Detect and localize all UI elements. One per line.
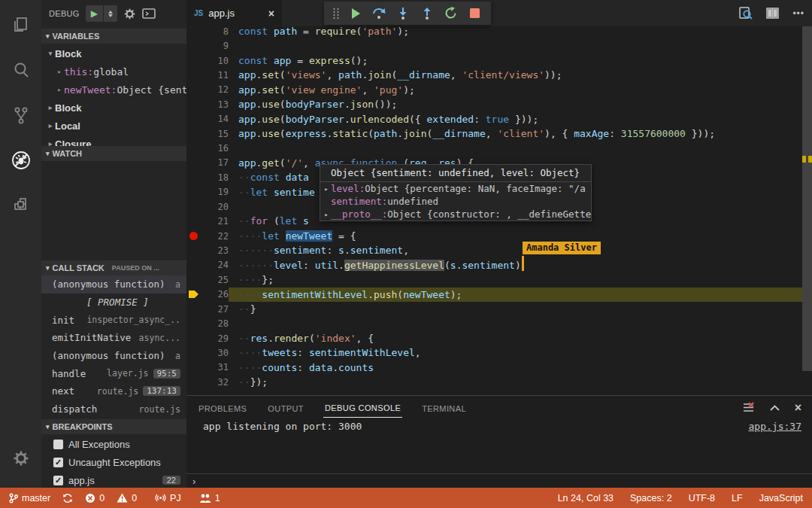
start-debug-icon[interactable]: ▶ bbox=[86, 8, 103, 19]
continue-icon[interactable] bbox=[345, 4, 366, 23]
maximize-panel-icon[interactable] bbox=[770, 405, 780, 411]
breakpoint-margin[interactable] bbox=[186, 243, 201, 257]
line-number: 11 bbox=[201, 70, 229, 81]
breakpoint-margin[interactable] bbox=[186, 141, 201, 155]
breakpoint-margin[interactable] bbox=[186, 360, 201, 375]
breakpoints-section-header[interactable]: ▾ BREAKPOINTS bbox=[41, 419, 186, 434]
console-source-link[interactable]: app.js:37 bbox=[749, 421, 801, 432]
breakpoints-rows: All Exceptions✓Uncaught Exceptions✓app.j… bbox=[41, 435, 186, 488]
stop-icon[interactable] bbox=[464, 4, 485, 23]
error-count: 0 bbox=[99, 493, 105, 503]
breakpoint-margin[interactable] bbox=[186, 53, 201, 68]
breakpoint-margin[interactable] bbox=[186, 316, 201, 330]
liveshare-item[interactable]: PJ bbox=[155, 492, 181, 503]
breakpoint-margin[interactable] bbox=[186, 112, 201, 126]
launch-config-dropdown[interactable] bbox=[104, 11, 117, 17]
search-icon[interactable] bbox=[0, 51, 41, 89]
status-item[interactable]: JavaScript bbox=[759, 493, 803, 503]
step-over-icon[interactable] bbox=[369, 4, 390, 23]
callstack-section-header[interactable]: ▾ CALL STACK PAUSED ON ... bbox=[41, 260, 186, 275]
errors-item[interactable]: 0 bbox=[85, 493, 105, 503]
breakpoint-row[interactable]: ✓Uncaught Exceptions bbox=[41, 453, 186, 471]
variable-scope-row[interactable]: ▸Closure bbox=[41, 135, 186, 146]
status-item[interactable]: UTF-8 bbox=[689, 493, 715, 503]
breakpoint-margin[interactable] bbox=[186, 126, 201, 141]
variables-rows: ▾Block▸this: global▸newTweet: Object {se… bbox=[41, 44, 186, 146]
breakpoint-row[interactable]: All Exceptions bbox=[41, 435, 186, 453]
breakpoint-margin[interactable] bbox=[186, 287, 201, 302]
debug-icon[interactable] bbox=[0, 141, 41, 179]
variable-row[interactable]: ▸this: global bbox=[41, 62, 186, 81]
breakpoint-margin[interactable] bbox=[186, 229, 201, 243]
callstack-frame-row[interactable]: nextroute.js137:13 bbox=[41, 382, 186, 400]
panel-tab-output[interactable]: OUTPUT bbox=[266, 398, 305, 418]
participants-item[interactable]: 1 bbox=[199, 493, 220, 503]
breakpoint-row[interactable]: ✓app.js22 bbox=[41, 471, 186, 488]
breakpoint-margin[interactable] bbox=[186, 38, 201, 53]
breakpoint-margin[interactable] bbox=[186, 26, 201, 38]
breakpoint-margin[interactable] bbox=[186, 97, 201, 111]
breakpoint-margin[interactable] bbox=[186, 258, 201, 272]
breakpoint-margin[interactable] bbox=[186, 68, 201, 82]
breakpoint-margin[interactable] bbox=[186, 199, 201, 214]
source-control-icon[interactable] bbox=[0, 96, 41, 134]
breakpoint-margin[interactable] bbox=[186, 272, 201, 287]
breakpoint-margin[interactable] bbox=[186, 345, 201, 360]
breakpoint-margin[interactable] bbox=[186, 375, 201, 389]
hover-property-row[interactable]: sentiment: undefined bbox=[320, 195, 591, 208]
close-panel-icon[interactable]: × bbox=[795, 401, 801, 415]
callstack-frame-row[interactable]: emitInitNativeasync... bbox=[41, 329, 186, 347]
debug-console-input[interactable]: › bbox=[186, 473, 812, 488]
panel-tab-debug-console[interactable]: DEBUG CONSOLE bbox=[323, 397, 402, 418]
breakpoint-margin[interactable] bbox=[186, 156, 201, 170]
panel-tab-problems[interactable]: PROBLEMS bbox=[197, 398, 248, 418]
editor-scrollbar[interactable] bbox=[802, 26, 812, 371]
callstack-frame-row[interactable]: initinspector_async_.. bbox=[41, 311, 186, 329]
callstack-frame-row[interactable]: handlelayer.js95:5 bbox=[41, 364, 186, 382]
hover-property-row[interactable]: ▸level: Object {percentage: NaN, faceIma… bbox=[320, 182, 591, 195]
breakpoint-margin[interactable] bbox=[186, 214, 201, 228]
callstack-frame-row[interactable]: [ PROMISE ] bbox=[41, 294, 186, 312]
breakpoint-margin[interactable] bbox=[186, 83, 201, 97]
clear-console-icon[interactable] bbox=[742, 402, 755, 414]
watch-section-header[interactable]: ▾ WATCH bbox=[41, 146, 186, 161]
breakpoint-margin[interactable] bbox=[186, 302, 201, 316]
extensions-icon[interactable] bbox=[0, 187, 41, 224]
tab-app-js[interactable]: JS app.js × bbox=[186, 0, 282, 26]
step-into-icon[interactable] bbox=[392, 4, 414, 23]
callstack-frame-row[interactable]: (anonymous function)a bbox=[41, 275, 186, 294]
breakpoint-checkbox[interactable] bbox=[53, 440, 63, 449]
variable-scope-row[interactable]: ▸Block bbox=[41, 99, 186, 117]
breakpoint-checkbox[interactable]: ✓ bbox=[53, 458, 63, 467]
find-in-file-icon[interactable] bbox=[738, 6, 753, 20]
git-branch-item[interactable]: master bbox=[9, 493, 50, 503]
open-console-icon[interactable] bbox=[142, 8, 156, 19]
variable-scope-row[interactable]: ▸Local bbox=[41, 117, 186, 135]
status-item[interactable]: Ln 24, Col 33 bbox=[558, 493, 614, 503]
step-out-icon[interactable] bbox=[417, 4, 438, 23]
breakpoint-margin[interactable] bbox=[186, 331, 201, 345]
configure-gear-icon[interactable] bbox=[123, 8, 136, 20]
gear-icon[interactable] bbox=[0, 440, 41, 477]
status-item[interactable]: Spaces: 2 bbox=[630, 493, 672, 503]
tab-close-icon[interactable]: × bbox=[268, 8, 274, 20]
breakpoint-margin[interactable] bbox=[186, 185, 201, 199]
status-item[interactable]: LF bbox=[732, 493, 743, 503]
warnings-item[interactable]: 0 bbox=[117, 493, 137, 503]
variables-section-header[interactable]: ▾ VARIABLES bbox=[41, 29, 186, 44]
variable-scope-row[interactable]: ▾Block bbox=[41, 44, 186, 62]
files-icon[interactable] bbox=[0, 6, 41, 44]
breakpoint-checkbox[interactable]: ✓ bbox=[53, 476, 63, 485]
toolbar-drag-handle[interactable] bbox=[330, 4, 342, 23]
callstack-frame-row[interactable]: dispatchroute.js bbox=[41, 400, 186, 418]
panel-tab-terminal[interactable]: TERMINAL bbox=[420, 398, 468, 418]
more-actions-icon[interactable]: ••• bbox=[792, 8, 804, 19]
restart-icon[interactable] bbox=[441, 4, 462, 23]
split-editor-icon[interactable] bbox=[766, 8, 779, 19]
breakpoint-margin[interactable] bbox=[186, 170, 201, 184]
hover-property-row[interactable]: ▸__proto__: Object {constructor: , __def… bbox=[320, 208, 591, 221]
variable-row[interactable]: ▸newTweet: Object {sent… bbox=[41, 81, 186, 99]
sync-item[interactable] bbox=[62, 493, 73, 503]
launch-config-control[interactable]: ▶ bbox=[86, 5, 117, 22]
callstack-frame-row[interactable]: (anonymous function)a bbox=[41, 347, 186, 365]
